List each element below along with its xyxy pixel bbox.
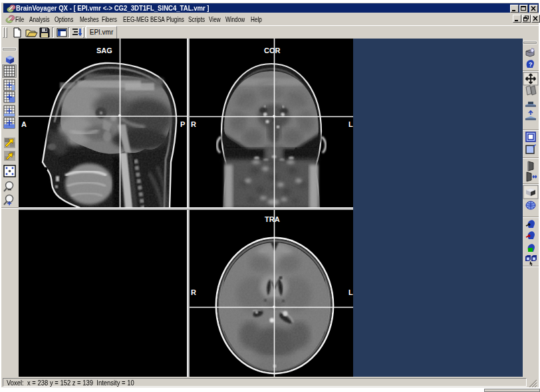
svg-text:L: L (348, 288, 353, 296)
svg-text:R: R (191, 288, 196, 296)
svg-text:L: L (348, 120, 353, 128)
svg-text:SAG: SAG (96, 47, 112, 54)
svg-text:COR: COR (264, 47, 281, 54)
svg-text:R: R (191, 120, 196, 128)
svg-text:P: P (180, 120, 185, 128)
svg-text:?: ? (529, 61, 533, 68)
svg-text:A: A (21, 120, 27, 128)
svg-text:TRA: TRA (265, 215, 280, 223)
